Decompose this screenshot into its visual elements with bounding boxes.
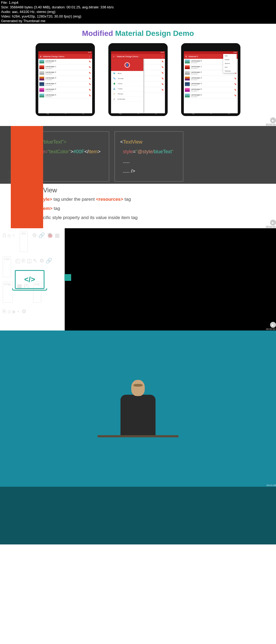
thumbnail-icon [39,60,44,63]
list-item[interactable]: Landscape 0Description🔖 [38,59,92,64]
list-item[interactable]: Landscape 2Description🔖 [38,70,92,76]
person-figure [98,380,178,437]
drawer-header: 👤 [111,59,143,71]
orange-overlay [11,126,43,228]
home-icon[interactable]: ○ [137,112,139,115]
popup-item[interactable]: Edit [223,54,237,58]
play-icon[interactable]: ▶ [270,220,276,226]
code-box-2: <TextView style="@style/blueText" ..... … [115,131,183,182]
back-icon[interactable]: ◁ [192,112,194,115]
thumbnail-icon [39,88,44,92]
thumbnail-2: Sty Bas "blueText"> e="textColor">#00F</… [0,126,276,228]
drawer-item[interactable]: 🌲Forest [111,81,143,86]
back-icon[interactable]: ◁ [46,112,49,115]
list-item[interactable]: Landscape 4Description🔖 [38,81,92,87]
recent-icon[interactable]: □ [82,112,84,115]
thumbnail-icon [39,71,44,75]
thumbnail-icon [39,94,44,97]
size-line: Size: 3568488 bytes (3.40 MiB), duration… [1,5,275,10]
home-icon[interactable]: ○ [65,112,66,115]
timestamp: 00:00:52 [265,328,276,330]
video-line: Video: h264, yuv420p, 1280x720, 30.00 fp… [1,14,275,19]
phone-mockups: 3:44 ≡Material Design Demo⋮ Landscape 0D… [0,40,276,116]
list-item[interactable]: Landscape 5Description🔖 [38,87,92,93]
app-title: Material Design Demo [117,55,138,58]
phone-1: 3:44 ≡Material Design Demo⋮ Landscape 0D… [36,43,95,116]
ocean-icon: 🌊 [113,88,116,90]
thumbnail-icon [39,77,44,80]
thumbnail-icon [39,65,44,69]
hamburger-icon[interactable]: ≡ [40,55,42,58]
drawer-item[interactable]: 🐦Birds [111,71,143,76]
icon-pattern-bg: ⎙ ◫ ↖ JPG ⚙ 🔗 🐞 ▦ CSS ◰ ⎘ ◫ ↖ ⚙ 🔗 HTML ▦… [0,228,65,330]
back-icon[interactable]: ◁ [119,112,121,115]
popup-item[interactable]: Settings [223,69,237,73]
code-symbol: </> [15,270,44,289]
file-line: File: 1.mp4 [1,1,275,5]
bookmark-icon[interactable]: 🔖 [89,60,91,63]
video-metadata-header: File: 1.mp4 Size: 3568488 bytes (3.40 Mi… [0,0,276,24]
bookmark-icon[interactable]: 🔖 [89,89,91,91]
avatar-icon: 👤 [125,62,130,68]
bookmark-icon[interactable]: 🔖 [89,77,91,80]
recent-icon[interactable]: □ [228,112,230,115]
title-modified: Modified [82,29,113,38]
home-icon[interactable]: ○ [210,112,212,115]
teal-marker [64,274,71,281]
torso [120,395,156,435]
black-panel: ▶00:00:52 [65,228,276,330]
nav-drawer: 👤 🐦Birds 🐾Animals 🌲Forest 🌊Ocean 🪐Planet… [111,59,143,113]
bookmark-icon[interactable]: 🔖 [89,94,91,97]
thumbnail-icon [39,82,44,86]
title-rest: Material Design Demo [113,29,194,38]
animal-icon: 🐾 [113,77,116,80]
status-bar: 3:44 [111,51,165,54]
list-item[interactable]: Landscape 1Description🔖 [38,64,92,70]
timestamp: 00:00:18 [265,123,276,126]
view-label: View [43,186,271,194]
drawer-item[interactable]: 🪐Planets [111,91,143,97]
drawer-item[interactable]: 🌊Ocean [111,86,143,91]
app-title: Material Design Demo [43,55,64,58]
thumbnail-4: 00:01:08 [0,330,276,487]
phone-3: 3:44 ≡Material Design Demo Edit Delete S… [181,43,240,116]
hamburger-icon[interactable]: ≡ [185,55,187,58]
planet-icon: 🪐 [113,93,116,95]
thumbnail-1: Modified Material Design Demo 3:44 ≡Mate… [0,24,276,126]
thumbnail-3: ⎙ ◫ ↖ JPG ⚙ 🔗 🐞 ▦ CSS ◰ ⎘ ◫ ↖ ⚙ 🔗 HTML ▦… [0,228,276,330]
timestamp: 00:01:08 [267,484,276,487]
landscape-icon: 🏞 [113,98,115,100]
popup-item[interactable]: Search [223,62,237,65]
generated-line: Generated by Thumbnail me [1,19,275,23]
back-arrow-icon[interactable]: ← [113,55,115,58]
drawer-item[interactable]: 🏞Landscape [111,97,143,101]
audio-line: Audio: aac, 44100 Hz, stereo (eng) [1,10,275,14]
bird-icon: 🐦 [113,72,116,74]
popup-item[interactable]: Exit [223,65,237,69]
recent-icon[interactable]: □ [155,112,157,115]
overflow-icon[interactable]: ⋮ [88,55,91,58]
desk [98,435,178,437]
status-bar: 3:44 [38,51,92,54]
popup-item[interactable]: Delete [223,58,237,62]
laptop-icon: </> [12,270,47,293]
list-item[interactable]: Landscape 3Description🔖 [38,76,92,81]
popup-menu: Edit Delete Search Exit Settings [223,54,237,73]
phone-2: 3:44 ←Material Design Demo⋮ Landscape 0🔖… [108,43,168,116]
forest-icon: 🌲 [113,83,116,85]
nav-buttons: ◁○□ [38,112,92,115]
play-icon[interactable]: ▶ [270,322,276,328]
bookmark-icon[interactable]: 🔖 [89,72,91,74]
list-item[interactable]: Landscape 6Description🔖 [38,93,92,98]
overflow-icon[interactable]: ⋮ [161,55,163,58]
app-bar: ≡Material Design Demo⋮ [38,54,92,59]
thumbnail-5 [0,487,276,544]
play-icon[interactable]: ▶ [270,117,276,123]
bookmark-icon[interactable]: 🔖 [89,66,91,68]
app-bar: ←Material Design Demo⋮ [111,54,165,59]
drawer-item[interactable]: 🐾Animals [111,76,143,81]
timestamp: 00:00:34 [265,226,276,228]
head [131,380,145,396]
slide-title: Modified Material Design Demo [0,24,276,40]
bookmark-icon[interactable]: 🔖 [89,83,91,85]
